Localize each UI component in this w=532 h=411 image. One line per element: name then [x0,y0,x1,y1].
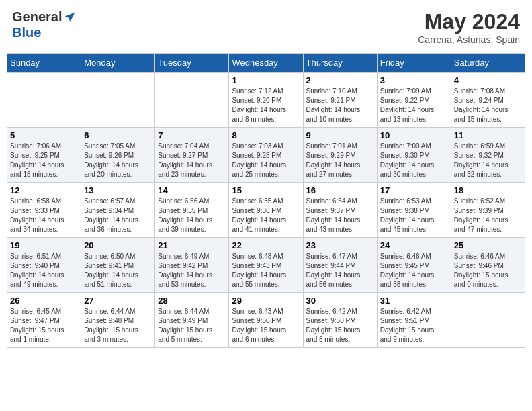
day-info: Sunrise: 6:56 AMSunset: 9:35 PMDaylight:… [158,197,226,234]
day-number: 13 [84,185,152,195]
day-info: Sunrise: 6:44 AMSunset: 9:48 PMDaylight:… [84,307,152,345]
calendar-cell-w5-d5: 30Sunrise: 6:42 AMSunset: 9:50 PMDayligh… [303,293,377,348]
header-monday: Monday [81,54,155,73]
calendar-cell-w2-d6: 10Sunrise: 7:00 AMSunset: 9:30 PMDayligh… [377,128,451,183]
day-number: 4 [454,75,522,85]
day-info: Sunrise: 6:55 AMSunset: 9:36 PMDaylight:… [232,197,300,234]
calendar-cell-w4-d6: 24Sunrise: 6:46 AMSunset: 9:45 PMDayligh… [377,238,451,293]
day-number: 12 [10,185,78,195]
week-row-2: 5Sunrise: 7:06 AMSunset: 9:25 PMDaylight… [7,128,525,183]
calendar-cell-w5-d4: 29Sunrise: 6:43 AMSunset: 9:50 PMDayligh… [229,293,303,348]
day-number: 7 [158,130,226,140]
day-info: Sunrise: 7:03 AMSunset: 9:28 PMDaylight:… [232,142,300,179]
day-number: 15 [232,185,300,195]
calendar-cell-w2-d4: 8Sunrise: 7:03 AMSunset: 9:28 PMDaylight… [229,128,303,183]
day-info: Sunrise: 6:46 AMSunset: 9:45 PMDaylight:… [380,252,448,289]
header-friday: Friday [377,54,451,73]
calendar-cell-w1-d6: 3Sunrise: 7:09 AMSunset: 9:22 PMDaylight… [377,73,451,128]
day-number: 19 [10,240,78,250]
weekday-header-row: Sunday Monday Tuesday Wednesday Thursday… [7,54,525,73]
calendar-cell-w3-d6: 17Sunrise: 6:53 AMSunset: 9:38 PMDayligh… [377,183,451,238]
day-info: Sunrise: 6:47 AMSunset: 9:44 PMDaylight:… [306,252,374,289]
day-info: Sunrise: 6:48 AMSunset: 9:43 PMDaylight:… [232,252,300,289]
page-header: General Blue May 2024 Carrena, Asturias,… [7,7,525,48]
logo-blue-text: Blue [12,25,41,40]
day-number: 18 [454,185,522,195]
day-number: 2 [306,75,374,85]
calendar-cell-w4-d5: 23Sunrise: 6:47 AMSunset: 9:44 PMDayligh… [303,238,377,293]
day-info: Sunrise: 6:50 AMSunset: 9:41 PMDaylight:… [84,252,152,289]
calendar-cell-w4-d4: 22Sunrise: 6:48 AMSunset: 9:43 PMDayligh… [229,238,303,293]
day-info: Sunrise: 6:45 AMSunset: 9:47 PMDaylight:… [10,307,78,345]
day-number: 5 [10,130,78,140]
week-row-5: 26Sunrise: 6:45 AMSunset: 9:47 PMDayligh… [7,293,525,348]
calendar-cell-w5-d1: 26Sunrise: 6:45 AMSunset: 9:47 PMDayligh… [7,293,81,348]
calendar-cell-w3-d3: 14Sunrise: 6:56 AMSunset: 9:35 PMDayligh… [155,183,229,238]
logo-general-text: General [12,9,62,25]
location-subtitle: Carrena, Asturias, Spain [418,34,520,45]
day-info: Sunrise: 7:12 AMSunset: 9:20 PMDaylight:… [232,87,300,124]
calendar-cell-w4-d1: 19Sunrise: 6:51 AMSunset: 9:40 PMDayligh… [7,238,81,293]
day-number: 25 [454,240,522,250]
day-info: Sunrise: 7:01 AMSunset: 9:29 PMDaylight:… [306,142,374,179]
day-number: 31 [380,295,448,306]
day-number: 29 [232,295,300,306]
header-thursday: Thursday [303,54,377,73]
day-info: Sunrise: 6:51 AMSunset: 9:40 PMDaylight:… [10,252,78,289]
day-info: Sunrise: 7:05 AMSunset: 9:26 PMDaylight:… [84,142,152,179]
title-section: May 2024 Carrena, Asturias, Spain [418,9,520,45]
day-info: Sunrise: 6:42 AMSunset: 9:50 PMDaylight:… [306,307,374,345]
calendar-cell-w5-d3: 28Sunrise: 6:44 AMSunset: 9:49 PMDayligh… [155,293,229,348]
logo: General Blue [12,9,77,40]
calendar-cell-w1-d3 [155,73,229,128]
day-info: Sunrise: 6:43 AMSunset: 9:50 PMDaylight:… [232,307,300,345]
calendar-table: Sunday Monday Tuesday Wednesday Thursday… [7,53,525,348]
day-info: Sunrise: 7:09 AMSunset: 9:22 PMDaylight:… [380,87,448,124]
day-info: Sunrise: 6:42 AMSunset: 9:51 PMDaylight:… [380,307,448,345]
day-number: 1 [232,75,300,85]
calendar-cell-w1-d2 [81,73,155,128]
calendar-cell-w2-d2: 6Sunrise: 7:05 AMSunset: 9:26 PMDaylight… [81,128,155,183]
day-number: 17 [380,185,448,195]
day-number: 26 [10,295,78,306]
day-number: 9 [306,130,374,140]
day-info: Sunrise: 6:44 AMSunset: 9:49 PMDaylight:… [158,307,226,345]
day-number: 23 [306,240,374,250]
day-number: 22 [232,240,300,250]
day-number: 21 [158,240,226,250]
week-row-4: 19Sunrise: 6:51 AMSunset: 9:40 PMDayligh… [7,238,525,293]
calendar-cell-w3-d2: 13Sunrise: 6:57 AMSunset: 9:34 PMDayligh… [81,183,155,238]
day-number: 3 [380,75,448,85]
day-info: Sunrise: 6:59 AMSunset: 9:32 PMDaylight:… [454,142,522,179]
calendar-cell-w2-d5: 9Sunrise: 7:01 AMSunset: 9:29 PMDaylight… [303,128,377,183]
calendar-cell-w1-d4: 1Sunrise: 7:12 AMSunset: 9:20 PMDaylight… [229,73,303,128]
week-row-1: 1Sunrise: 7:12 AMSunset: 9:20 PMDaylight… [7,73,525,128]
calendar-cell-w1-d7: 4Sunrise: 7:08 AMSunset: 9:24 PMDaylight… [451,73,525,128]
day-number: 28 [158,295,226,306]
day-number: 8 [232,130,300,140]
day-info: Sunrise: 7:08 AMSunset: 9:24 PMDaylight:… [454,87,522,124]
day-info: Sunrise: 7:10 AMSunset: 9:21 PMDaylight:… [306,87,374,124]
day-number: 27 [84,295,152,306]
calendar-cell-w4-d7: 25Sunrise: 6:46 AMSunset: 9:46 PMDayligh… [451,238,525,293]
day-number: 10 [380,130,448,140]
day-info: Sunrise: 6:52 AMSunset: 9:39 PMDaylight:… [454,197,522,234]
calendar-cell-w3-d4: 15Sunrise: 6:55 AMSunset: 9:36 PMDayligh… [229,183,303,238]
logo-bird-icon [63,11,77,24]
header-saturday: Saturday [451,54,525,73]
week-row-3: 12Sunrise: 6:58 AMSunset: 9:33 PMDayligh… [7,183,525,238]
calendar-cell-w1-d1 [7,73,81,128]
header-sunday: Sunday [7,54,81,73]
header-tuesday: Tuesday [155,54,229,73]
calendar-cell-w4-d3: 21Sunrise: 6:49 AMSunset: 9:42 PMDayligh… [155,238,229,293]
calendar-cell-w3-d7: 18Sunrise: 6:52 AMSunset: 9:39 PMDayligh… [451,183,525,238]
day-number: 20 [84,240,152,250]
calendar-cell-w2-d7: 11Sunrise: 6:59 AMSunset: 9:32 PMDayligh… [451,128,525,183]
day-info: Sunrise: 7:06 AMSunset: 9:25 PMDaylight:… [10,142,78,179]
day-number: 24 [380,240,448,250]
calendar-cell-w2-d3: 7Sunrise: 7:04 AMSunset: 9:27 PMDaylight… [155,128,229,183]
calendar-cell-w5-d2: 27Sunrise: 6:44 AMSunset: 9:48 PMDayligh… [81,293,155,348]
day-number: 11 [454,130,522,140]
day-info: Sunrise: 6:58 AMSunset: 9:33 PMDaylight:… [10,197,78,234]
day-info: Sunrise: 6:53 AMSunset: 9:38 PMDaylight:… [380,197,448,234]
